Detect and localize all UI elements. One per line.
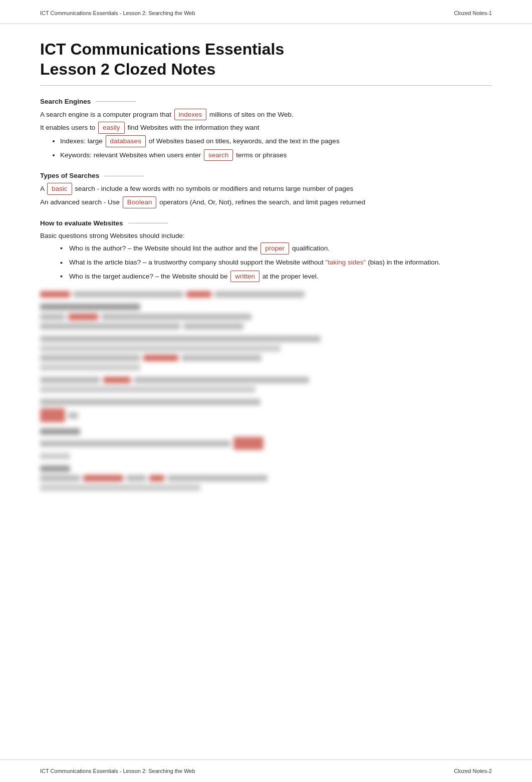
heading-underline2	[104, 176, 144, 176]
evaluate-bullets: Who is the author? – the Website should …	[60, 242, 492, 282]
types-line1: A basic search - include a few words wit…	[40, 183, 492, 195]
taking-sides-highlight: "taking sides"	[326, 258, 366, 266]
title-line1: ICT Communications Essentials	[40, 39, 492, 59]
basic-highlight: basic	[47, 183, 72, 195]
bullet-audience: Who is the target audience? – the Websit…	[60, 271, 492, 283]
blurred-para5	[40, 399, 492, 422]
footer-right: Clozed Notes-2	[454, 767, 492, 775]
search-engines-section: Search Engines A search engine is a comp…	[40, 97, 492, 161]
bullet-bias: What is the article bias? – a trustworth…	[60, 257, 492, 268]
databases-highlight: databases	[106, 135, 146, 147]
title-line2: Lesson 2 Clozed Notes	[40, 59, 492, 79]
header-left: ICT Communications Essentials - Lesson 2…	[40, 9, 195, 18]
types-searches-section: Types of Searches A basic search - inclu…	[40, 171, 492, 208]
header-right: Clozed Notes-1	[454, 9, 492, 18]
boolean-highlight: Boolean	[123, 196, 157, 208]
search-engines-line2: It enables users to easily find Websites…	[40, 122, 492, 134]
main-title: ICT Communications Essentials Lesson 2 C…	[40, 39, 492, 79]
evaluate-section: How to evaluate Websites Basic questions…	[40, 218, 492, 283]
types-line2: An advanced search - Use Boolean operato…	[40, 196, 492, 208]
blurred-para6	[40, 428, 492, 459]
search-engines-line1: A search engine is a computer program th…	[40, 109, 492, 121]
bullet-indexes: Indexes: large databases of Websites bas…	[60, 135, 492, 147]
bullet-keywords: Keywords: relevant Websites when users e…	[60, 149, 492, 161]
blurred-para4	[40, 377, 492, 393]
page-header: ICT Communications Essentials - Lesson 2…	[0, 0, 532, 24]
heading-underline	[96, 101, 136, 102]
evaluate-intro: Basic questions strong Websites should i…	[40, 230, 492, 241]
search-engines-heading: Search Engines	[40, 97, 492, 107]
blurred-para2	[40, 304, 492, 330]
written-highlight: written	[230, 271, 259, 283]
blurred-para1	[40, 291, 492, 298]
blurred-para3	[40, 336, 492, 371]
proper-highlight: proper	[260, 242, 289, 254]
page-content: ICT Communications Essentials Lesson 2 C…	[0, 24, 532, 528]
page: ICT Communications Essentials - Lesson 2…	[0, 0, 532, 782]
easily-highlight: easily	[98, 122, 125, 134]
page-footer: ICT Communications Essentials - Lesson 2…	[0, 759, 532, 783]
evaluate-heading: How to evaluate Websites	[40, 218, 492, 228]
search-engines-bullets: Indexes: large databases of Websites bas…	[60, 135, 492, 161]
blurred-content	[40, 291, 492, 491]
heading-underline3	[128, 223, 168, 223]
bullet-author: Who is the author? – the Website should …	[60, 242, 492, 254]
types-searches-heading: Types of Searches	[40, 171, 492, 181]
search-highlight: search	[204, 149, 233, 161]
indexes-highlight: indexes	[174, 109, 207, 121]
title-divider	[40, 85, 492, 86]
footer-left: ICT Communications Essentials - Lesson 2…	[40, 767, 195, 775]
blurred-para7	[40, 465, 492, 491]
